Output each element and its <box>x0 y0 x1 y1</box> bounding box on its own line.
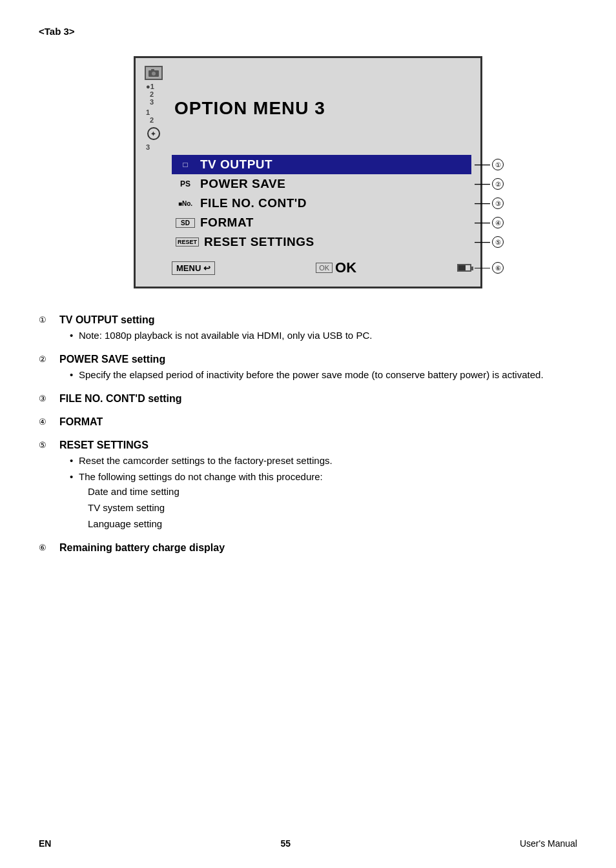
callout-circle-3: ③ <box>492 197 504 209</box>
power-save-label: POWER SAVE <box>200 177 285 191</box>
section-5-bullets: Reset the camcorder settings to the fact… <box>70 454 577 530</box>
sd-icon: SD <box>176 218 195 228</box>
fileno-label: FILE NO. CONT'D <box>200 196 307 210</box>
section-5-title-row: ⑤ RESET SETTINGS <box>39 439 577 451</box>
svg-text:✦: ✦ <box>150 130 156 137</box>
return-icon: ↩ <box>203 263 210 273</box>
footer-page: 55 <box>280 838 291 849</box>
section-2-title: POWER SAVE setting <box>59 354 165 365</box>
section-5-subitem-3: Language setting <box>88 517 577 530</box>
tv-output-label: TV OUTPUT <box>200 157 272 172</box>
callout-circle-4: ④ <box>492 217 504 228</box>
wrench-icon: ✦ <box>147 126 161 141</box>
page-content: <Tab 3> <box>0 0 616 591</box>
section-2: ② POWER SAVE setting Specify the elapsed… <box>39 354 577 381</box>
section-6-title-row: ⑥ Remaining battery charge display <box>39 542 577 554</box>
camera-icon <box>148 68 159 77</box>
section-1-bullets: Note: 1080p playback is not available vi… <box>70 328 577 342</box>
menu-item-2[interactable]: PS POWER SAVE ——② <box>172 174 471 194</box>
battery-icon <box>457 264 471 272</box>
screen-container: ●1 2 3 1 2 ✦ <box>39 56 577 288</box>
ok-prefix: OK <box>316 263 333 273</box>
callout-circle-2: ② <box>492 178 504 190</box>
reset-icon: RESET <box>176 237 199 247</box>
sidebar-num-3: 3 <box>145 143 168 151</box>
tab-label: <Tab 3> <box>39 26 577 37</box>
section-4-num: ④ <box>39 417 54 427</box>
section-4-title: FORMAT <box>59 416 103 428</box>
section-1-bullet-1: Note: 1080p playback is not available vi… <box>70 328 577 342</box>
format-label: FORMAT <box>200 216 254 230</box>
ok-group: OK OK <box>316 259 356 276</box>
callout-circle-6: ⑥ <box>492 262 504 274</box>
section-2-bullet-1: Specify the elapsed period of inactivity… <box>70 368 577 381</box>
menu-item-3[interactable]: ■No. FILE NO. CONT'D ——③ <box>172 194 471 213</box>
section-3-num: ③ <box>39 394 54 403</box>
section-6-num: ⑥ <box>39 543 54 552</box>
screen-footer: MENU ↩ OK OK ——⑥ <box>172 257 471 279</box>
fileno-icon: ■No. <box>176 200 195 207</box>
section-1-title-row: ① TV OUTPUT setting <box>39 314 577 326</box>
section-4-title-row: ④ FORMAT <box>39 416 577 428</box>
menu-item-4[interactable]: SD FORMAT ——④ <box>172 213 471 232</box>
menu-item-1[interactable]: □ TV OUTPUT ——① <box>172 155 471 174</box>
ok-label: OK <box>335 259 356 276</box>
reset-label: RESET SETTINGS <box>204 235 314 249</box>
menu-item-5[interactable]: RESET RESET SETTINGS ——⑤ <box>172 232 471 252</box>
svg-point-1 <box>152 72 156 76</box>
section-5-title: RESET SETTINGS <box>59 439 149 451</box>
sidebar-nums-mid: 1 2 <box>145 108 168 124</box>
option-menu-title: OPTION MENU 3 <box>174 98 325 119</box>
screen-header: ●1 2 3 1 2 ✦ <box>145 66 471 151</box>
footer-manual: User's Manual <box>520 838 577 849</box>
svg-rect-2 <box>151 69 154 71</box>
menu-items: □ TV OUTPUT ——① PS POWER SAVE ——② <box>172 155 471 252</box>
section-1: ① TV OUTPUT setting Note: 1080p playback… <box>39 314 577 342</box>
section-1-num: ① <box>39 315 54 325</box>
callout-6: ——⑥ <box>475 262 504 274</box>
menu-button[interactable]: MENU ↩ <box>172 261 215 275</box>
section-3-title: FILE NO. CONT'D setting <box>59 393 182 405</box>
ps-icon: PS <box>176 179 195 188</box>
section-5: ⑤ RESET SETTINGS Reset the camcorder set… <box>39 439 577 530</box>
battery-group: ——⑥ <box>457 264 471 272</box>
sections: ① TV OUTPUT setting Note: 1080p playback… <box>39 314 577 554</box>
section-5-bullet-2: The following settings do not change wit… <box>70 470 577 530</box>
section-6-title: Remaining battery charge display <box>59 542 225 554</box>
section-5-subitems: Date and time setting TV system setting … <box>88 485 577 530</box>
section-5-num: ⑤ <box>39 440 54 450</box>
tv-output-icon: □ <box>176 160 195 169</box>
section-5-bullet-1: Reset the camcorder settings to the fact… <box>70 454 577 467</box>
callout-4: ——④ <box>475 217 504 228</box>
callout-circle-1: ① <box>492 159 504 170</box>
section-5-subitem-2: TV system setting <box>88 501 577 514</box>
callout-3: ——③ <box>475 197 504 209</box>
sidebar-nums-top: ●1 2 3 <box>145 83 168 106</box>
section-4: ④ FORMAT <box>39 416 577 428</box>
section-5-subitem-1: Date and time setting <box>88 485 577 498</box>
section-3-title-row: ③ FILE NO. CONT'D setting <box>39 393 577 405</box>
callout-2: ——② <box>475 178 504 190</box>
section-3: ③ FILE NO. CONT'D setting <box>39 393 577 405</box>
callout-circle-5: ⑤ <box>492 236 504 248</box>
settings-icon: ✦ <box>145 126 163 141</box>
screen-mockup: ●1 2 3 1 2 ✦ <box>134 56 482 288</box>
section-2-bullets: Specify the elapsed period of inactivity… <box>70 368 577 381</box>
section-6: ⑥ Remaining battery charge display <box>39 542 577 554</box>
callout-1: ——① <box>475 159 504 170</box>
callout-5: ——⑤ <box>475 236 504 248</box>
page-footer: EN 55 User's Manual <box>39 838 577 849</box>
menu-button-label: MENU <box>176 263 201 273</box>
section-1-title: TV OUTPUT setting <box>59 314 155 326</box>
section-2-num: ② <box>39 354 54 364</box>
footer-en: EN <box>39 838 51 849</box>
section-2-title-row: ② POWER SAVE setting <box>39 354 577 365</box>
